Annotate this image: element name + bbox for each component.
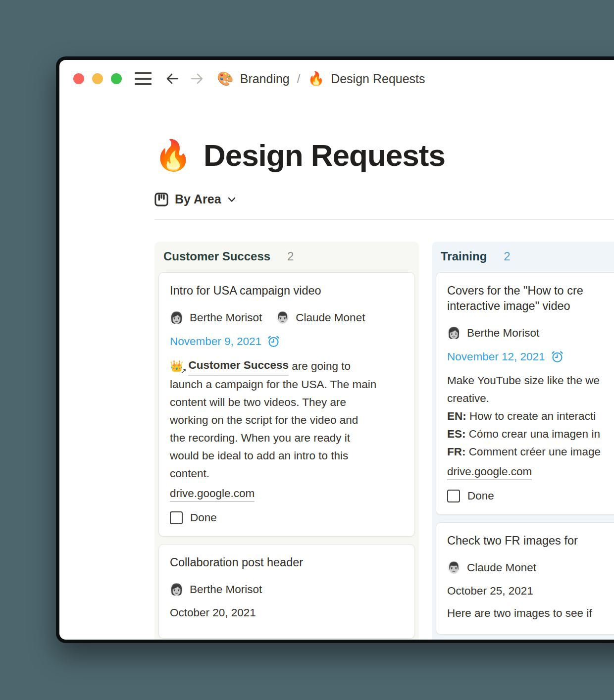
avatar: 👨: [276, 311, 289, 324]
column-training: Training 2 Covers for the "How to cre in…: [432, 242, 614, 640]
card-covers-interactive-image-video[interactable]: Covers for the "How to cre interactive i…: [436, 272, 614, 515]
page-mention[interactable]: 👑 ↗ Customer Success: [170, 356, 289, 376]
alarm-clock-icon: [551, 350, 564, 363]
done-checkbox[interactable]: [170, 511, 183, 524]
drive-link[interactable]: drive.google.com: [447, 465, 532, 480]
breadcrumb-item-design-requests[interactable]: 🔥 Design Requests: [307, 71, 425, 87]
forward-icon[interactable]: [189, 71, 205, 86]
todo-label: Done: [467, 490, 494, 502]
person: 👨 Claude Monet: [276, 311, 365, 324]
column-name: Customer Success: [163, 250, 270, 263]
person: 👨 Claude Monet: [447, 561, 536, 574]
breadcrumb-separator: /: [297, 72, 301, 86]
palette-icon: 🎨: [217, 71, 234, 87]
card-title: Covers for the "How to cre interactive i…: [447, 283, 614, 314]
card-date: October 20, 2021: [170, 606, 404, 619]
card-people: 👩 Berthe Morisot: [447, 326, 614, 340]
column-count: 2: [504, 250, 510, 263]
close-window-button[interactable]: [73, 73, 84, 84]
fire-icon: 🔥: [154, 141, 192, 170]
column-header: Customer Success 2: [158, 242, 415, 272]
person: 👩 Berthe Morisot: [170, 311, 262, 324]
person-name: Berthe Morisot: [190, 311, 262, 324]
card-people: 👨 Claude Monet: [447, 561, 614, 574]
card-title: Intro for USA campaign video: [170, 283, 404, 299]
crown-icon: 👑 ↗: [170, 361, 183, 372]
body-line: content will be two videos. They are: [170, 394, 404, 411]
fire-icon: 🔥: [307, 71, 324, 87]
alarm-clock-icon: [267, 335, 280, 348]
app-window: 🎨 Branding / 🔥 Design Requests 🔥 Design …: [56, 56, 614, 643]
drive-link[interactable]: drive.google.com: [170, 487, 255, 502]
nav-arrows: [164, 71, 205, 86]
view-selector-label: By Area: [175, 192, 221, 206]
traffic-lights: [73, 73, 122, 84]
card-collaboration-post-header[interactable]: Collaboration post header 👩 Berthe Moris…: [158, 544, 415, 639]
divider: [154, 219, 614, 220]
person-name: Berthe Morisot: [190, 583, 262, 596]
board-view-icon: [154, 193, 168, 206]
menu-icon[interactable]: [135, 72, 152, 85]
card-body: Here are two images to see if: [447, 604, 614, 622]
breadcrumb-item-branding[interactable]: 🎨 Branding: [217, 71, 290, 87]
avatar: 👩: [170, 311, 183, 324]
body-line: launch a campaign for the USA. The main: [170, 376, 404, 394]
minimize-window-button[interactable]: [92, 73, 103, 84]
zoom-window-button[interactable]: [111, 73, 122, 84]
card-date: November 12, 2021: [447, 350, 614, 363]
body-line: EN: How to create an interacti: [447, 407, 614, 425]
card-title: Collaboration post header: [170, 555, 404, 570]
body-line: FR: Comment créer une image: [447, 443, 614, 461]
breadcrumb: 🎨 Branding / 🔥 Design Requests: [217, 71, 425, 87]
breadcrumb-label: Design Requests: [331, 72, 425, 86]
body-line: content.: [170, 465, 404, 483]
body-line: working on the script for the video and: [170, 411, 404, 429]
body-line: the recording. When you are ready it: [170, 429, 404, 447]
card-date: October 25, 2021: [447, 585, 614, 598]
mention-label: Customer Success: [188, 356, 289, 376]
column-header: Training 2: [436, 242, 614, 272]
avatar: 👩: [447, 326, 460, 340]
body-line: ES: Cómo crear una imagen in: [447, 425, 614, 443]
card-body: Make YouTube size like the we creative. …: [447, 372, 614, 461]
person-name: Claude Monet: [296, 311, 365, 324]
back-icon[interactable]: [164, 71, 180, 86]
todo-row: Done: [447, 490, 614, 502]
card-check-two-fr-images[interactable]: Check two FR images for 👨 Claude Monet O…: [436, 522, 614, 635]
page-title: 🔥 Design Requests: [154, 139, 614, 171]
card-date: November 9, 2021: [170, 335, 404, 348]
person: 👩 Berthe Morisot: [170, 583, 262, 596]
date-text: October 25, 2021: [447, 585, 533, 598]
avatar: 👩: [170, 583, 183, 596]
page-content: 🔥 Design Requests By Area: [59, 139, 614, 640]
todo-row: Done: [170, 511, 404, 524]
avatar: 👨: [447, 561, 460, 574]
person: 👩 Berthe Morisot: [447, 326, 539, 340]
view-selector[interactable]: By Area: [154, 192, 614, 206]
column-count: 2: [287, 250, 294, 263]
card-intro-usa-campaign[interactable]: Intro for USA campaign video 👩 Berthe Mo…: [158, 272, 415, 537]
kanban-board: Customer Success 2 Intro for USA campaig…: [154, 242, 614, 640]
card-people: 👩 Berthe Morisot: [170, 583, 404, 596]
card-people: 👩 Berthe Morisot 👨 Claude Monet: [170, 311, 404, 324]
card-body: 👑 ↗ Customer Success are going to launch…: [170, 356, 404, 483]
body-line: Here are two images to see if: [447, 604, 614, 622]
body-line: Make YouTube size like the we: [447, 372, 614, 390]
date-text: November 9, 2021: [170, 335, 261, 348]
card-title: Check two FR images for: [447, 533, 614, 549]
column-name: Training: [441, 250, 487, 263]
todo-label: Done: [190, 511, 217, 524]
body-line: are going to: [289, 360, 351, 372]
link-arrow-icon: ↗: [181, 367, 187, 374]
body-line: creative.: [447, 390, 614, 407]
chevron-down-icon: [226, 194, 237, 205]
desktop-background: 🎨 Branding / 🔥 Design Requests 🔥 Design …: [0, 0, 614, 700]
date-text: October 20, 2021: [170, 606, 256, 619]
done-checkbox[interactable]: [447, 490, 460, 502]
body-line: would be ideal to add an intro to this: [170, 447, 404, 465]
window-topbar: 🎨 Branding / 🔥 Design Requests: [59, 60, 614, 98]
date-text: November 12, 2021: [447, 350, 545, 363]
app-window-content: 🎨 Branding / 🔥 Design Requests 🔥 Design …: [59, 60, 614, 640]
column-customer-success: Customer Success 2 Intro for USA campaig…: [154, 242, 419, 640]
breadcrumb-label: Branding: [240, 72, 290, 86]
